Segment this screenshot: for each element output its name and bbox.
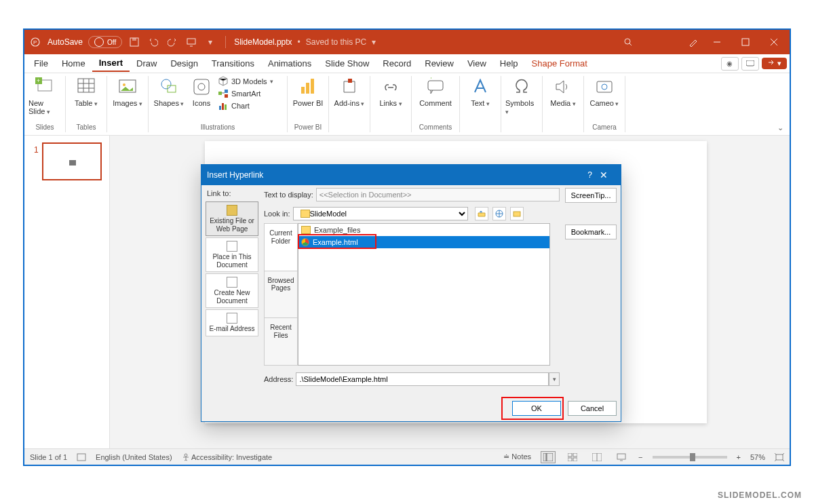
comments-icon[interactable] xyxy=(741,57,759,71)
tab-draw[interactable]: Draw xyxy=(130,56,163,71)
tab-view[interactable]: View xyxy=(461,56,493,71)
browse-current-folder[interactable]: Current Folder xyxy=(264,223,298,271)
shapes-button[interactable]: Shapes xyxy=(153,76,185,107)
link-to-label: Link to: xyxy=(207,189,231,197)
tab-slideshow[interactable]: Slide Show xyxy=(318,56,376,71)
thumbnail-pane[interactable] xyxy=(24,136,110,448)
comment-button[interactable]: + Comment xyxy=(416,76,455,107)
zoom-level[interactable]: 57% xyxy=(750,453,765,461)
svg-point-5 xyxy=(625,39,630,44)
svg-rect-27 xyxy=(348,79,352,83)
3d-models-button[interactable]: 3D Models ▾ xyxy=(218,76,283,87)
smartart-button[interactable]: SmartArt xyxy=(218,88,283,99)
up-folder-icon[interactable] xyxy=(475,207,488,220)
svg-point-17 xyxy=(198,83,205,90)
smartart-icon xyxy=(218,88,229,99)
browse-file-icon[interactable] xyxy=(510,207,524,220)
watermark: SLIDEMODEL.COM xyxy=(718,490,802,500)
svg-rect-18 xyxy=(218,92,222,95)
undo-icon[interactable] xyxy=(147,35,160,49)
chart-button[interactable]: Chart xyxy=(218,100,283,111)
slide-sorter-icon[interactable] xyxy=(565,451,580,463)
media-button[interactable]: Media xyxy=(547,76,579,107)
folder-icon xyxy=(301,210,310,218)
dialog-close-button[interactable]: ✕ xyxy=(592,170,615,180)
autosave-toggle[interactable]: Off xyxy=(88,36,122,48)
close-button[interactable] xyxy=(762,33,786,52)
tab-file[interactable]: File xyxy=(27,56,55,71)
tab-shape-format[interactable]: Shape Format xyxy=(525,56,594,71)
svg-rect-3 xyxy=(132,38,136,41)
tab-help[interactable]: Help xyxy=(493,56,525,71)
nav-create-new[interactable]: Create New Document xyxy=(206,273,258,308)
addins-button[interactable]: Add-ins xyxy=(333,76,366,107)
ribbon-collapse-icon[interactable]: ⌄ xyxy=(777,123,783,132)
share-button[interactable]: ▾ xyxy=(762,58,787,69)
save-icon[interactable] xyxy=(128,35,141,49)
new-slide-button[interactable]: + New Slide xyxy=(28,76,61,115)
nav-place-in-doc[interactable]: Place in This Document xyxy=(206,237,258,272)
screentip-button[interactable]: ScreenTip... xyxy=(565,188,617,203)
tab-insert[interactable]: Insert xyxy=(92,55,130,72)
cameo-button[interactable]: Cameo xyxy=(588,76,621,107)
zoom-out-button[interactable]: − xyxy=(638,453,642,461)
slideshow-view-icon[interactable] xyxy=(614,451,629,463)
pen-icon[interactable] xyxy=(686,35,700,49)
address-dropdown-icon[interactable]: ▾ xyxy=(549,372,560,386)
language-status[interactable]: English (United States) xyxy=(96,453,172,461)
svg-rect-42 xyxy=(776,454,783,460)
slide-thumbnail-1[interactable] xyxy=(42,142,102,180)
icons-button[interactable]: Icons xyxy=(188,76,215,107)
symbols-button[interactable]: Symbols xyxy=(505,76,538,115)
dialog-help-button[interactable]: ? xyxy=(587,170,592,180)
svg-rect-24 xyxy=(301,87,305,94)
group-tables-label: Tables xyxy=(70,122,102,132)
title-dropdown-icon[interactable]: ▾ xyxy=(372,37,376,47)
maximize-button[interactable] xyxy=(734,33,757,52)
browse-tabs: Current Folder Browsed Pages Recent File… xyxy=(264,223,298,366)
nav-email-address[interactable]: E-mail Address xyxy=(206,309,258,336)
accessibility-status[interactable]: Accessibility: Investigate xyxy=(182,453,273,461)
redo-icon[interactable] xyxy=(166,35,179,49)
tab-record[interactable]: Record xyxy=(376,56,418,71)
search-icon[interactable] xyxy=(621,35,635,49)
link-icon xyxy=(381,77,400,96)
table-button[interactable]: Table xyxy=(70,76,102,107)
fit-to-window-icon[interactable] xyxy=(775,453,784,461)
tab-home[interactable]: Home xyxy=(55,56,92,71)
spellcheck-icon[interactable] xyxy=(77,453,86,461)
browse-browsed-pages[interactable]: Browsed Pages xyxy=(264,271,298,318)
tab-design[interactable]: Design xyxy=(163,56,204,71)
tab-review[interactable]: Review xyxy=(418,56,461,71)
group-illustrations-label: Illustrations xyxy=(153,122,283,132)
browse-recent-files[interactable]: Recent Files xyxy=(264,317,298,366)
links-button[interactable]: Links xyxy=(374,76,407,107)
text-button[interactable]: Text xyxy=(464,76,497,107)
cancel-button[interactable]: Cancel xyxy=(568,401,617,416)
look-in-dropdown[interactable]: SlideModel xyxy=(293,207,468,220)
record-camera-icon[interactable]: ◉ xyxy=(721,57,739,71)
zoom-slider[interactable] xyxy=(653,456,727,459)
reading-view-icon[interactable] xyxy=(589,451,604,463)
address-input[interactable] xyxy=(296,372,549,386)
tab-transitions[interactable]: Transitions xyxy=(205,56,261,71)
bookmark-button[interactable]: Bookmark... xyxy=(565,225,617,239)
zoom-in-button[interactable]: + xyxy=(737,453,741,461)
minimize-button[interactable] xyxy=(705,33,729,52)
qat-overflow-icon[interactable]: ▾ xyxy=(204,35,217,49)
svg-point-33 xyxy=(185,454,187,457)
group-comments-label: Comments xyxy=(416,122,455,132)
autosave-label: AutoSave xyxy=(47,37,83,47)
notes-button[interactable]: ≐ Notes xyxy=(503,452,531,461)
ribbon: + New Slide Slides Table Tables Images xyxy=(24,73,790,136)
present-icon[interactable] xyxy=(185,35,198,49)
nav-existing-file[interactable]: Existing File or Web Page xyxy=(206,201,258,236)
normal-view-icon[interactable] xyxy=(541,451,556,463)
powerbi-button[interactable]: Power BI xyxy=(292,76,324,107)
svg-rect-28 xyxy=(428,81,443,90)
browse-web-icon[interactable] xyxy=(492,207,506,220)
images-button[interactable]: Images xyxy=(111,76,144,107)
dialog-titlebar[interactable]: Insert Hyperlink ? ✕ xyxy=(201,165,621,185)
tab-animations[interactable]: Animations xyxy=(261,56,318,71)
svg-rect-41 xyxy=(617,454,625,459)
